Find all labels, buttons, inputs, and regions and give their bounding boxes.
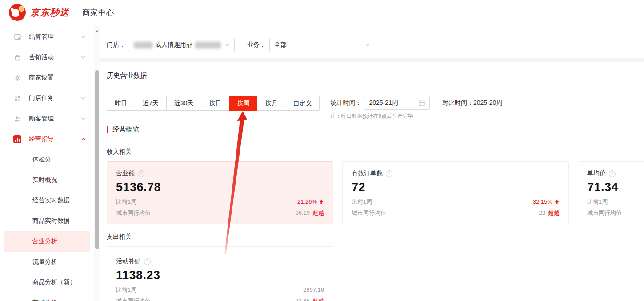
store-select[interactable]: 成人情趣用品: [129, 38, 235, 52]
chart-icon: [13, 135, 21, 143]
card-value: 5136.78: [116, 181, 324, 194]
store-select-value: 成人情趣用品: [155, 41, 192, 49]
portal-title: 商家中心: [82, 8, 114, 18]
help-icon[interactable]: ?: [609, 170, 616, 177]
date-range-tab-group: 昨日 近7天 近30天 按日 按周 按月 自定义: [107, 96, 320, 111]
exceed-badge: 超越: [312, 297, 324, 301]
blurred-text: [134, 42, 152, 48]
help-icon[interactable]: ?: [138, 170, 144, 177]
metric-card-revenue[interactable]: 营业额 ? 5136.78 比前1周 21.26% 城市同行均值 36.19 超…: [107, 161, 333, 224]
grid-icon: [13, 94, 21, 102]
row-value: 23: [539, 209, 545, 217]
sidebar-item-label: 商家设置: [29, 74, 86, 82]
card-value: 1138.23: [116, 269, 324, 282]
sidebar-subitem-traffic-analysis[interactable]: 流量分析: [4, 252, 90, 272]
row-label: 比前1周: [116, 286, 136, 293]
main-content: 门店： 成人情趣用品 业务： 全部: [100, 25, 644, 301]
top-header: 京东秒送 商家中心: [0, 0, 644, 25]
filter-row: 门店： 成人情趣用品 业务： 全部: [107, 38, 644, 52]
divider: [107, 87, 644, 87]
sidebar-subitem-health-score[interactable]: 体检分: [4, 149, 90, 170]
sidebar-item-settings[interactable]: 商家设置: [0, 68, 94, 88]
sidebar-subitem-realtime-overview[interactable]: 实时概况: [4, 170, 90, 190]
row-label: 比前1周: [587, 198, 608, 205]
header-divider: [76, 8, 76, 17]
help-icon[interactable]: ?: [386, 170, 392, 177]
brand-title: 京东秒送: [30, 6, 69, 19]
card-value: 72: [352, 181, 560, 194]
jd-logo-icon[interactable]: [9, 4, 26, 21]
row-label: 城市同行均值: [116, 297, 151, 301]
business-select-value: 全部: [274, 41, 287, 49]
marketing-icon: [13, 53, 21, 61]
tab-by-day[interactable]: 按日: [201, 96, 229, 111]
tab-yesterday[interactable]: 昨日: [107, 96, 135, 111]
card-title: 活动补贴: [116, 257, 141, 265]
sidebar-item-label: 门店任务: [29, 94, 81, 102]
row-label: 城市同行均值: [587, 209, 622, 217]
row-label: 比前1周: [116, 198, 136, 205]
card-value: 71.34: [587, 181, 644, 194]
sidebar-item-label: 经营指导: [29, 135, 81, 143]
scrollbar-thumb[interactable]: [95, 70, 99, 249]
store-label: 门店：: [107, 41, 125, 49]
business-select[interactable]: 全部: [269, 38, 375, 52]
users-icon: [13, 115, 21, 123]
sidebar-item-label: 顾客管理: [29, 115, 81, 123]
page-title: 历史营业数据: [107, 72, 644, 80]
row-value: 33.65: [295, 297, 310, 301]
settlement-icon: [13, 33, 21, 41]
sidebar-subitem-business-analysis[interactable]: 营业分析: [4, 231, 90, 252]
trend-up-icon: [554, 199, 560, 205]
chevron-down-icon: [81, 96, 86, 100]
row-value: 21.26%: [297, 198, 317, 205]
chevron-down-icon: [81, 117, 86, 120]
tab-last-30-days[interactable]: 近30天: [166, 96, 202, 111]
chevron-down-icon: [225, 43, 230, 47]
sidebar-item-marketing[interactable]: 营销活动: [0, 47, 94, 68]
metric-card-avg-order-value[interactable]: 单均价 ? 71.34 比前1周 城市同行均值: [578, 161, 644, 224]
calendar-icon: [419, 100, 425, 106]
row-label: 比前1周: [352, 198, 372, 205]
sidebar-subitem-realtime-business-data[interactable]: 经营实时数据: [4, 190, 90, 211]
tab-last-7-days[interactable]: 近7天: [135, 96, 167, 111]
row-value: 32.15%: [533, 198, 552, 205]
chevron-down-icon: [81, 35, 86, 39]
blurred-text: [195, 42, 221, 48]
controls-row: 昨日 近7天 近30天 按日 按周 按月 自定义 统计时间： 2025-21周: [107, 96, 644, 120]
chevron-up-icon: [81, 137, 86, 141]
sidebar-item-settlement[interactable]: 结算管理: [0, 27, 94, 47]
income-group-label: 收入相关: [107, 148, 644, 156]
expense-cards-row: 活动补贴 ? 1138.23 比前1周 2897.16 城市同行均值 33.65…: [107, 246, 644, 301]
sidebar-subitem-realtime-product-data[interactable]: 商品实时数据: [4, 211, 90, 231]
sidebar-subitem-product-analysis-new[interactable]: 商品分析（新）: [4, 272, 90, 293]
card-title: 营业额: [116, 169, 135, 177]
trend-up-icon: [319, 199, 324, 205]
stat-time-block: 统计时间： 2025-21周 | 对比时间：2025-20周 注：昨日数据预计在…: [330, 96, 502, 120]
sidebar-subitem-marketing-analysis[interactable]: 营销分析: [4, 293, 90, 301]
data-note: 注：昨日数据预计在8点后生产完毕: [330, 112, 502, 120]
metric-card-valid-orders[interactable]: 有效订单数 ? 72 比前1周 32.15% 城市同行均值 23 超越: [342, 161, 569, 224]
sidebar-scrollbar[interactable]: ▲: [94, 25, 100, 301]
metric-card-activity-subsidy[interactable]: 活动补贴 ? 1138.23 比前1周 2897.16 城市同行均值 33.65…: [107, 246, 333, 301]
compare-time-text: 对比时间：2025-20周: [442, 99, 502, 107]
week-picker-value: 2025-21周: [369, 99, 419, 107]
tab-by-month[interactable]: 按月: [257, 96, 285, 111]
gear-icon: [13, 74, 21, 82]
business-label: 业务：: [247, 41, 266, 49]
tab-by-week[interactable]: 按周: [229, 96, 257, 111]
help-icon[interactable]: ?: [144, 258, 151, 265]
tab-custom[interactable]: 自定义: [285, 96, 320, 111]
sidebar-item-label: 营销活动: [29, 53, 81, 61]
card-title: 单均价: [587, 169, 606, 177]
scroll-up-arrow-icon[interactable]: ▲: [94, 29, 100, 32]
expense-group-label: 支出相关: [107, 233, 644, 241]
sidebar-item-customers[interactable]: 顾客管理: [0, 108, 94, 129]
week-picker[interactable]: 2025-21周: [364, 96, 430, 110]
sidebar-item-business-guidance[interactable]: 经营指导: [0, 129, 94, 149]
sidebar-item-store-tasks[interactable]: 门店任务: [0, 88, 94, 108]
sidebar: 结算管理 营销活动 商家设置 门店任务: [0, 25, 94, 301]
stat-time-label: 统计时间：: [330, 99, 361, 107]
income-cards-row: 营业额 ? 5136.78 比前1周 21.26% 城市同行均值 36.19 超…: [107, 161, 644, 224]
section-separator: [100, 58, 644, 62]
